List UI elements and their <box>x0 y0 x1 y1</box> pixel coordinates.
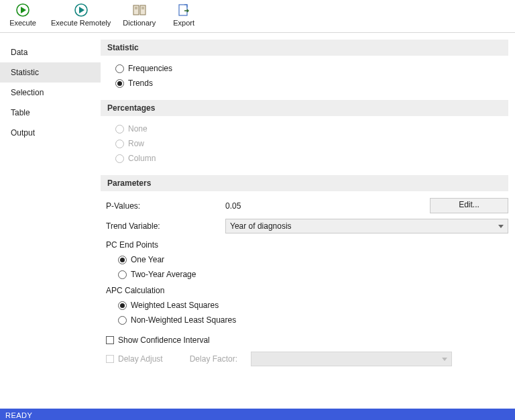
toolbar-dictionary[interactable]: Dictionary <box>123 3 156 28</box>
checkbox-delay-adjust: Delay Adjust Delay Factor: <box>106 352 508 366</box>
status-text: READY <box>5 411 32 419</box>
pvalues-value: 0.05 <box>225 201 366 211</box>
checkbox-label: Show Confidence Interval <box>118 335 210 345</box>
checkbox-icon <box>106 336 114 344</box>
play-icon <box>13 3 32 17</box>
checkbox-icon <box>106 355 114 363</box>
sidebar-item-selection[interactable]: Selection <box>0 83 101 103</box>
toolbar-label: Export <box>173 18 194 28</box>
edit-button[interactable]: Edit... <box>430 198 508 213</box>
radio-column: Column <box>115 151 508 166</box>
radio-label: Frequencies <box>128 64 172 73</box>
sidebar: Data Statistic Selection Table Output <box>0 33 101 409</box>
section-header-statistic: Statistic <box>101 40 508 56</box>
apc-calc-label: APC Calculation <box>101 282 508 298</box>
checkbox-show-ci[interactable]: Show Confidence Interval <box>106 333 508 348</box>
toolbar-label: Dictionary <box>123 18 156 28</box>
radio-icon <box>115 154 124 163</box>
toolbar-execute-remotely[interactable]: Execute Remotely <box>51 3 111 28</box>
radio-icon <box>115 125 124 134</box>
trend-variable-select[interactable]: Year of diagnosis <box>225 219 508 233</box>
sidebar-item-data[interactable]: Data <box>0 42 101 62</box>
toolbar-label: Execute Remotely <box>51 18 111 28</box>
section-header-parameters: Parameters <box>101 175 508 191</box>
radio-label: One Year <box>131 255 164 264</box>
toolbar: Execute Execute Remotely Dictionary <box>0 0 515 33</box>
radio-trends[interactable]: Trends <box>115 76 508 91</box>
radio-frequencies[interactable]: Frequencies <box>115 61 508 76</box>
radio-label: Row <box>128 139 144 148</box>
play-remote-icon <box>72 3 91 17</box>
svg-marker-3 <box>79 7 84 13</box>
svg-rect-10 <box>179 5 187 15</box>
sidebar-item-label: Selection <box>11 88 44 97</box>
pc-endpoints-label: PC End Points <box>101 236 508 252</box>
status-bar: READY <box>0 409 515 420</box>
sidebar-item-label: Data <box>11 48 27 57</box>
sidebar-item-table[interactable]: Table <box>0 103 101 123</box>
toolbar-label: Execute <box>9 18 36 28</box>
radio-nwls[interactable]: Non-Weighted Least Squares <box>118 313 508 327</box>
sidebar-item-label: Table <box>11 108 30 117</box>
radio-one-year[interactable]: One Year <box>118 252 508 267</box>
radio-icon <box>118 301 127 310</box>
svg-rect-4 <box>133 5 139 15</box>
sidebar-item-statistic[interactable]: Statistic <box>0 62 101 83</box>
select-value: Year of diagnosis <box>230 221 292 231</box>
trendvar-label: Trend Variable: <box>106 221 225 231</box>
sidebar-item-label: Output <box>11 128 35 138</box>
radio-label: Weighted Least Squares <box>131 301 219 310</box>
svg-marker-1 <box>21 7 26 13</box>
radio-icon <box>115 140 124 148</box>
radio-icon <box>118 256 127 264</box>
svg-rect-5 <box>140 5 146 15</box>
radio-icon <box>118 316 127 325</box>
radio-row: Row <box>115 136 508 151</box>
radio-label: Two-Year Average <box>131 270 196 279</box>
radio-icon <box>118 270 127 279</box>
radio-icon <box>115 79 124 88</box>
sidebar-item-label: Statistic <box>11 68 39 77</box>
delay-factor-select <box>251 352 452 366</box>
toolbar-export[interactable]: Export <box>168 3 200 28</box>
checkbox-label: Delay Adjust <box>118 354 163 364</box>
delay-factor-label: Delay Factor: <box>190 354 237 364</box>
main-panel: Statistic Frequencies Trends Percentages… <box>101 33 515 409</box>
export-icon <box>174 3 193 17</box>
radio-icon <box>115 64 124 73</box>
pvalues-label: P-Values: <box>106 201 225 211</box>
radio-label: Non-Weighted Least Squares <box>131 315 236 325</box>
radio-label: None <box>128 124 148 134</box>
radio-wls[interactable]: Weighted Least Squares <box>118 298 508 313</box>
section-header-percentages: Percentages <box>101 100 508 116</box>
toolbar-execute[interactable]: Execute <box>7 3 39 28</box>
book-icon <box>130 3 149 17</box>
radio-two-year-average[interactable]: Two-Year Average <box>118 267 508 282</box>
radio-none: None <box>115 121 508 136</box>
sidebar-item-output[interactable]: Output <box>0 123 101 143</box>
radio-label: Trends <box>128 78 153 88</box>
radio-label: Column <box>128 154 156 163</box>
